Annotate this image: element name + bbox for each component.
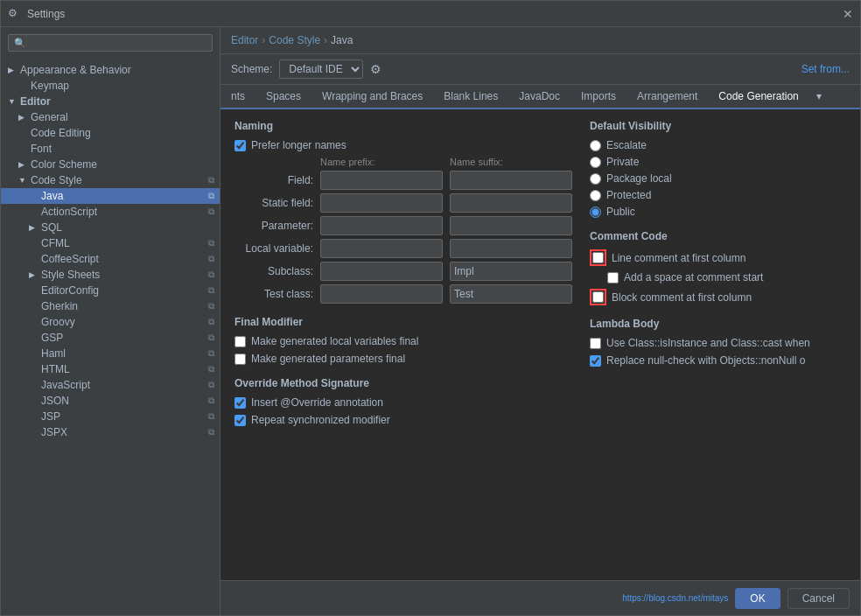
- scheme-bar: Scheme: Default IDE ⚙ Set from...: [220, 54, 860, 85]
- tab-nts[interactable]: nts: [220, 85, 256, 109]
- sidebar-item-json[interactable]: JSON ⧉: [1, 393, 220, 409]
- sidebar-item-gherkin[interactable]: Gherkin ⧉: [1, 298, 220, 314]
- sidebar-item-general[interactable]: ▶ General: [1, 109, 220, 125]
- copy-icon: ⧉: [208, 301, 214, 312]
- make-local-final-checkbox[interactable]: [234, 336, 246, 347]
- static-field-suffix-input[interactable]: [450, 193, 572, 213]
- tab-spaces[interactable]: Spaces: [256, 85, 312, 109]
- make-params-final-row: Make generated parameters final: [234, 353, 572, 365]
- prefer-longer-names-checkbox[interactable]: [234, 140, 246, 151]
- sidebar-item-java[interactable]: Java ⧉: [1, 188, 220, 204]
- sidebar-item-actionscript[interactable]: ActionScript ⧉: [1, 204, 220, 220]
- sidebar-item-code-style[interactable]: ▼ Code Style ⧉: [1, 172, 220, 188]
- local-variable-prefix-input[interactable]: [320, 239, 443, 258]
- test-class-prefix-input[interactable]: [320, 284, 443, 304]
- sidebar-item-jspx[interactable]: JSPX ⧉: [1, 424, 220, 440]
- sidebar-item-keymap[interactable]: Keymap: [1, 78, 220, 94]
- sidebar-item-label: Gherkin: [41, 300, 78, 312]
- sidebar-item-haml[interactable]: Haml ⧉: [1, 346, 220, 361]
- escalate-row: Escalate: [590, 139, 846, 151]
- close-button[interactable]: ✕: [843, 7, 853, 21]
- ok-button[interactable]: OK: [735, 588, 780, 609]
- content-area: Editor › Code Style › Java Scheme: Defau…: [220, 27, 860, 615]
- search-input[interactable]: [8, 34, 213, 52]
- cancel-button[interactable]: Cancel: [788, 588, 850, 609]
- sidebar-item-groovy[interactable]: Groovy ⧉: [1, 314, 220, 330]
- copy-icon: ⧉: [208, 206, 214, 217]
- visibility-radio-group: Escalate Private Package local: [590, 139, 846, 218]
- tab-blank-lines[interactable]: Blank Lines: [433, 85, 508, 109]
- add-space-checkbox[interactable]: [607, 272, 619, 284]
- scheme-label: Scheme:: [231, 63, 272, 75]
- copy-icon: ⧉: [208, 191, 214, 201]
- protected-row: Protected: [590, 189, 846, 201]
- line-comment-checkbox[interactable]: [592, 252, 604, 263]
- sidebar-item-code-editing[interactable]: Code Editing: [1, 125, 220, 141]
- sidebar-item-label: General: [31, 111, 68, 123]
- subclass-suffix-input[interactable]: [450, 262, 572, 281]
- private-radio[interactable]: [590, 157, 601, 168]
- copy-icon: ⧉: [208, 270, 214, 280]
- copy-icon: ⧉: [208, 427, 214, 438]
- arrow-icon: ▶: [8, 66, 17, 74]
- tab-wrapping[interactable]: Wrapping and Braces: [312, 85, 433, 109]
- tree: ▶ Appearance & Behavior Keymap ▼ Editor …: [1, 59, 220, 615]
- make-params-final-checkbox[interactable]: [234, 354, 246, 365]
- set-from-link[interactable]: Set from...: [802, 63, 850, 75]
- sidebar-item-editor[interactable]: ▼ Editor: [1, 94, 220, 109]
- sidebar-item-color-scheme[interactable]: ▶ Color Scheme: [1, 157, 220, 172]
- sidebar-item-style-sheets[interactable]: ▶ Style Sheets ⧉: [1, 267, 220, 283]
- field-prefix-input[interactable]: [320, 171, 443, 190]
- tabs-bar: nts Spaces Wrapping and Braces Blank Lin…: [220, 85, 860, 109]
- test-class-suffix-input[interactable]: [450, 284, 572, 304]
- tab-imports[interactable]: Imports: [570, 85, 626, 109]
- parameter-suffix-input[interactable]: [450, 216, 572, 235]
- line-comment-row: Line comment at first column: [590, 249, 846, 266]
- main-layout: ▶ Appearance & Behavior Keymap ▼ Editor …: [1, 27, 860, 615]
- sidebar-item-label: HTML: [41, 363, 70, 375]
- scheme-gear-button[interactable]: ⚙: [370, 62, 382, 76]
- sidebar-item-label: Code Style: [31, 174, 82, 186]
- use-isinstance-label: Use Class::isInstance and Class::cast wh…: [606, 337, 810, 349]
- field-suffix-input[interactable]: [450, 171, 572, 190]
- tab-javadoc[interactable]: JavaDoc: [508, 85, 570, 109]
- sidebar-item-coffeescript[interactable]: CoffeeScript ⧉: [1, 251, 220, 267]
- subclass-prefix-input[interactable]: [320, 262, 443, 281]
- sidebar: ▶ Appearance & Behavior Keymap ▼ Editor …: [1, 27, 220, 615]
- static-field-label: Static field:: [234, 197, 313, 209]
- insert-override-checkbox[interactable]: [234, 397, 246, 409]
- panel-right: Default Visibility Escalate Private: [590, 120, 846, 570]
- settings-window: ⚙ Settings ✕ ▶ Appearance & Behavior Key…: [0, 0, 861, 616]
- replace-null-checkbox[interactable]: [590, 355, 601, 367]
- insert-override-row: Insert @Override annotation: [234, 396, 572, 409]
- arrow-icon: ▶: [18, 160, 27, 169]
- sidebar-item-appearance[interactable]: ▶ Appearance & Behavior: [1, 62, 220, 78]
- repeat-synchronized-checkbox[interactable]: [234, 415, 246, 426]
- sidebar-item-cfml[interactable]: CFML ⧉: [1, 235, 220, 251]
- public-radio[interactable]: [590, 206, 601, 218]
- sidebar-item-jsp[interactable]: JSP ⧉: [1, 409, 220, 424]
- tab-arrangement[interactable]: Arrangement: [626, 85, 708, 109]
- sidebar-item-sql[interactable]: ▶ SQL: [1, 220, 220, 235]
- tab-code-generation[interactable]: Code Generation: [708, 85, 808, 109]
- package-local-radio[interactable]: [590, 173, 601, 185]
- block-comment-checkbox[interactable]: [592, 291, 604, 303]
- escalate-radio[interactable]: [590, 140, 601, 151]
- protected-radio[interactable]: [590, 190, 601, 201]
- sidebar-item-javascript[interactable]: JavaScript ⧉: [1, 377, 220, 393]
- tab-more-button[interactable]: ▾: [809, 85, 829, 108]
- name-suffix-header: Name suffix:: [450, 157, 572, 167]
- lambda-body-section: Lambda Body Use Class::isInstance and Cl…: [590, 318, 846, 367]
- breadcrumb-editor: Editor: [231, 34, 258, 46]
- static-field-prefix-input[interactable]: [320, 193, 443, 213]
- sidebar-item-editorconfig[interactable]: EditorConfig ⧉: [1, 283, 220, 298]
- use-isinstance-checkbox[interactable]: [590, 338, 601, 349]
- scheme-select[interactable]: Default IDE: [279, 60, 363, 79]
- local-variable-suffix-input[interactable]: [450, 239, 572, 258]
- protected-label: Protected: [606, 189, 651, 201]
- sidebar-item-html[interactable]: HTML ⧉: [1, 361, 220, 377]
- sidebar-item-gsp[interactable]: GSP ⧉: [1, 330, 220, 346]
- parameter-prefix-input[interactable]: [320, 216, 443, 235]
- block-comment-row: Block comment at first column: [590, 289, 846, 305]
- sidebar-item-font[interactable]: Font: [1, 141, 220, 157]
